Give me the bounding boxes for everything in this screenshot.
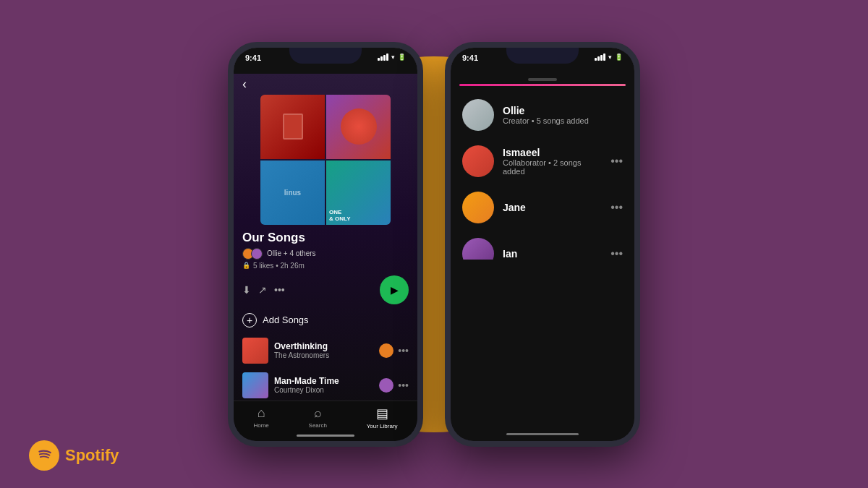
pink-bar — [459, 84, 626, 86]
control-icons: ⬇ ↗ ••• — [242, 284, 285, 296]
lock-icon: 🔒 — [242, 262, 250, 269]
song-right-2: ••• — [379, 378, 409, 393]
back-arrow[interactable]: ‹ — [234, 74, 417, 95]
download-icon[interactable]: ⬇ — [242, 284, 251, 296]
collab-item-ian[interactable]: Ian ••• — [451, 231, 634, 260]
avatar-2 — [251, 248, 263, 260]
album-art-4: ONE& ONLY — [326, 160, 391, 225]
playlist-title: Our Songs — [242, 231, 409, 245]
plus-icon: + — [242, 313, 257, 328]
song-dots-1[interactable]: ••• — [398, 345, 409, 356]
dots-ismaeel[interactable]: ••• — [610, 155, 623, 168]
likes-row: 🔒 5 likes • 2h 26m — [242, 262, 409, 270]
song-avatar-1 — [379, 343, 393, 358]
dots-ian[interactable]: ••• — [610, 247, 623, 260]
nav-library[interactable]: ▤ Your Library — [367, 406, 398, 429]
collab-item-ismaeel[interactable]: Ismaeel Collaborator • 2 songs added ••• — [451, 138, 634, 184]
nav-search[interactable]: ⌕ Search — [309, 406, 327, 429]
svg-point-0 — [29, 440, 59, 471]
song-info-1: Overthinking The Astronomers — [274, 341, 373, 359]
phone-1: 9:41 ▾ 🔋 ‹ — [228, 42, 423, 447]
library-icon: ▤ — [376, 406, 388, 421]
avatar-jane — [462, 192, 494, 223]
notch-1 — [289, 48, 362, 64]
share-icon[interactable]: ↗ — [258, 284, 267, 296]
song-right-1: ••• — [379, 343, 409, 358]
play-button[interactable]: ▶ — [380, 275, 409, 304]
phones-container: 9:41 ▾ 🔋 ‹ — [228, 42, 640, 447]
avatar-ollie — [462, 99, 494, 131]
name-ian: Ian — [503, 248, 602, 260]
info-jane: Jane — [503, 202, 602, 213]
song-thumb-2 — [242, 372, 268, 398]
info-ismaeel: Ismaeel Collaborator • 2 songs added — [503, 147, 602, 176]
home-indicator-2 — [506, 433, 579, 435]
album-art-1 — [260, 95, 325, 159]
phone-1-inner: 9:41 ▾ 🔋 ‹ — [234, 48, 417, 441]
pill-handle — [528, 78, 557, 81]
song-artist-1: The Astronomers — [274, 351, 373, 359]
home-label: Home — [253, 422, 268, 429]
song-artist-2: Courtney Dixon — [274, 386, 373, 394]
more-icon[interactable]: ••• — [274, 284, 285, 296]
name-jane: Jane — [503, 202, 602, 213]
phone-2: 9:41 ▾ 🔋 — [445, 42, 640, 447]
playlist-meta-row: Ollie + 4 others — [242, 248, 409, 260]
song-thumb-1 — [242, 338, 268, 364]
phone2-content: Ollie Creator • 5 songs added Ism — [451, 74, 634, 441]
spotify-brand-text: Spotify — [65, 446, 119, 465]
song-name-1: Overthinking — [274, 341, 373, 351]
controls-row: ⬇ ↗ ••• ▶ — [234, 273, 417, 307]
status-icons-2: ▾ 🔋 — [595, 53, 623, 61]
collab-item-ollie[interactable]: Ollie Creator • 5 songs added — [451, 92, 634, 138]
song-dots-2[interactable]: ••• — [398, 380, 409, 391]
time-1: 9:41 — [245, 53, 261, 62]
spotify-logo: Spotify — [29, 440, 119, 471]
likes-text: 5 likes • 2h 26m — [253, 262, 305, 270]
collab-item-jane[interactable]: Jane ••• — [451, 184, 634, 231]
song-item-1[interactable]: Overthinking The Astronomers ••• — [234, 333, 417, 368]
home-indicator-1 — [297, 435, 354, 437]
notch-2 — [506, 48, 579, 64]
info-ollie: Ollie Creator • 5 songs added — [503, 105, 623, 125]
role-ismaeel: Collaborator • 2 songs added — [503, 158, 602, 176]
add-songs-label: Add Songs — [263, 314, 309, 325]
collaborators-text: Ollie + 4 others — [267, 249, 316, 257]
album-art-3: linus — [260, 160, 325, 225]
search-label: Search — [309, 422, 327, 429]
nav-home[interactable]: ⌂ Home — [253, 406, 268, 429]
library-label: Your Library — [367, 423, 398, 429]
name-ismaeel: Ismaeel — [503, 147, 602, 158]
name-ollie: Ollie — [503, 105, 623, 116]
album-art-2 — [326, 95, 391, 159]
phone-2-inner: 9:41 ▾ 🔋 — [451, 48, 634, 441]
avatar-stack — [242, 248, 260, 260]
song-name-2: Man-Made Time — [274, 376, 373, 386]
search-icon: ⌕ — [314, 406, 322, 421]
info-ian: Ian — [503, 248, 602, 260]
signal-icon-1 — [378, 53, 388, 61]
song-item-2[interactable]: Man-Made Time Courtney Dixon ••• — [234, 368, 417, 401]
song-info-2: Man-Made Time Courtney Dixon — [274, 376, 373, 394]
spotify-icon — [29, 440, 59, 471]
role-ollie: Creator • 5 songs added — [503, 116, 623, 125]
status-icons-1: ▾ 🔋 — [378, 53, 406, 61]
signal-icon-2 — [595, 53, 605, 61]
phone1-content: ‹ linus ONE& ONLY Our Songs — [234, 74, 417, 441]
playlist-info: Our Songs Ollie + 4 others 🔒 5 likes • — [234, 225, 417, 273]
dots-jane[interactable]: ••• — [610, 201, 623, 214]
album-grid: linus ONE& ONLY — [260, 95, 391, 225]
add-songs-row[interactable]: + Add Songs — [234, 307, 417, 333]
song-list: Overthinking The Astronomers ••• Man-Mad… — [234, 333, 417, 401]
time-2: 9:41 — [462, 53, 478, 62]
avatar-ismaeel — [462, 145, 494, 177]
collaborators-list: Ollie Creator • 5 songs added Ism — [451, 92, 634, 260]
home-icon: ⌂ — [258, 406, 265, 421]
song-avatar-2 — [379, 378, 393, 393]
avatar-ian — [462, 238, 494, 260]
